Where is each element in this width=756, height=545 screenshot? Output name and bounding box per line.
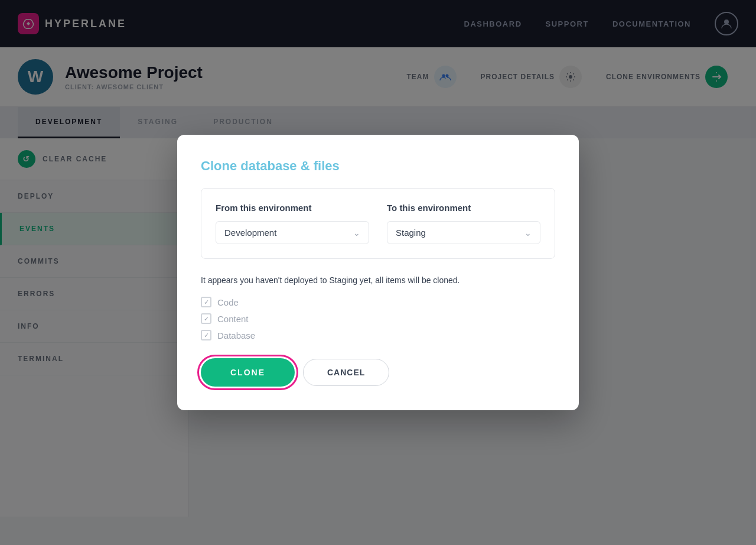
modal-overlay[interactable]: Clone database & files From this environ…	[0, 0, 756, 545]
code-label: Code	[217, 297, 239, 307]
content-label: Content	[217, 314, 249, 324]
checkbox-code: ✓ Code	[201, 297, 555, 307]
env-selector-box: From this environment Development ⌄ To t…	[201, 188, 555, 259]
from-env-dropdown[interactable]: Development ⌄	[216, 221, 369, 244]
checkbox-content: ✓ Content	[201, 313, 555, 324]
code-checkbox[interactable]: ✓	[201, 297, 211, 307]
warning-text: It appears you haven't deployed to Stagi…	[201, 275, 555, 285]
database-label: Database	[217, 330, 255, 340]
from-env-group: From this environment Development ⌄	[216, 203, 369, 244]
from-env-label: From this environment	[216, 203, 369, 213]
from-env-value: Development	[224, 228, 276, 238]
clone-modal: Clone database & files From this environ…	[177, 135, 579, 410]
clone-button[interactable]: CLONE	[201, 358, 295, 387]
database-checkbox[interactable]: ✓	[201, 330, 211, 340]
to-env-value: Staging	[396, 228, 426, 238]
cancel-button[interactable]: CANCEL	[303, 359, 389, 386]
content-checkbox[interactable]: ✓	[201, 313, 211, 324]
checkbox-list: ✓ Code ✓ Content ✓ Database	[201, 297, 555, 340]
to-chevron-icon: ⌄	[524, 228, 532, 238]
from-chevron-icon: ⌄	[353, 228, 360, 238]
modal-title: Clone database & files	[201, 158, 555, 174]
to-env-dropdown[interactable]: Staging ⌄	[387, 221, 540, 244]
to-env-group: To this environment Staging ⌄	[387, 203, 540, 244]
checkbox-database: ✓ Database	[201, 330, 555, 340]
modal-buttons: CLONE CANCEL	[201, 358, 555, 387]
to-env-label: To this environment	[387, 203, 540, 213]
